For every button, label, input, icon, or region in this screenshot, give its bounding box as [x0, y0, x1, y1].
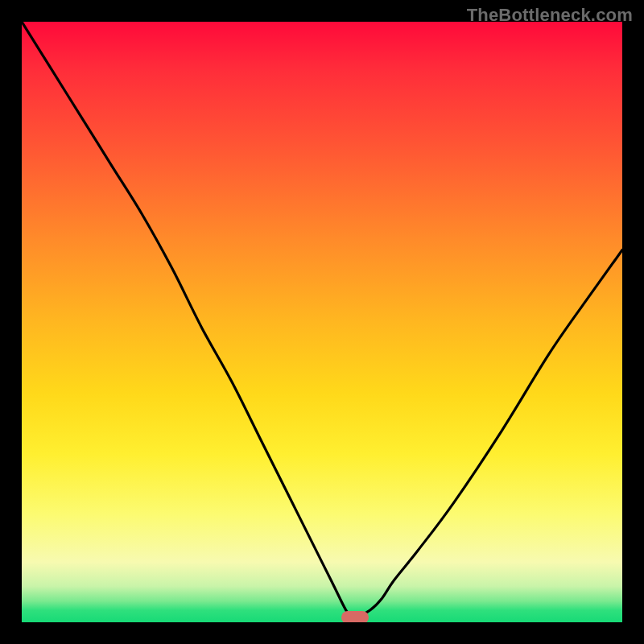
plot-area [22, 22, 622, 622]
bottleneck-curve [22, 22, 622, 622]
minimum-marker [341, 611, 369, 622]
chart-frame: TheBottleneck.com [0, 0, 644, 644]
watermark-text: TheBottleneck.com [467, 5, 633, 26]
